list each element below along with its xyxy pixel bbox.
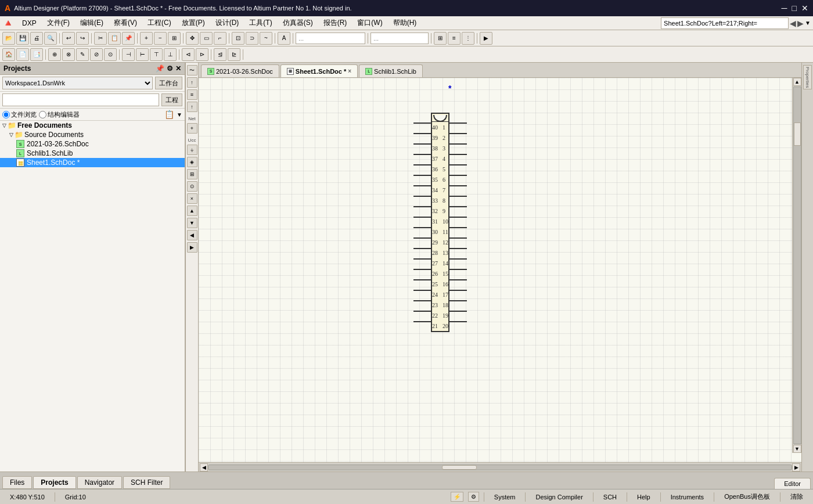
toolbar-btn-zoomin[interactable]: + xyxy=(140,32,153,45)
h-scroll-right[interactable]: ▶ xyxy=(792,463,800,471)
menu-window[interactable]: 窗口(W) xyxy=(352,17,387,29)
h-scrollbar[interactable]: ◀ ▶ xyxy=(199,462,801,471)
v-scroll-track[interactable] xyxy=(793,87,801,444)
nav-dropdown[interactable]: ▼ xyxy=(805,20,811,26)
tab-projects[interactable]: Projects xyxy=(33,476,75,489)
toolbar2-btn5[interactable]: ⊗ xyxy=(62,48,75,61)
schematic-canvas[interactable]: * xyxy=(199,78,801,462)
filter-input[interactable] xyxy=(296,33,365,44)
status-instruments[interactable]: Instruments xyxy=(665,492,709,502)
toolbar-btn-grid[interactable]: ⊞ xyxy=(434,32,447,45)
workspace-dropdown[interactable]: Workspace1.DsnWrk xyxy=(2,77,153,89)
toolbar2-btn7[interactable]: ⊘ xyxy=(90,48,103,61)
maximize-button[interactable]: □ xyxy=(792,3,797,13)
tab-2021[interactable]: S 2021-03-26.SchDoc xyxy=(201,64,279,77)
status-grid[interactable]: Grid:10 xyxy=(60,492,91,502)
expand-source-docs[interactable]: ▽ xyxy=(9,132,13,138)
float-btn-down[interactable]: ▼ xyxy=(187,218,197,228)
toolbar-btn-copy[interactable]: 📋 xyxy=(108,32,121,45)
h-scroll-track[interactable] xyxy=(208,465,792,470)
toolbar2-btn4[interactable]: ⊕ xyxy=(48,48,61,61)
right-panel-label[interactable]: Properties xyxy=(803,65,812,89)
menu-design[interactable]: 设计(D) xyxy=(211,17,244,29)
ic-component[interactable]: 40 39 38 37 36 35 34 33 32 xyxy=(413,113,467,332)
menu-sim[interactable]: 仿真器(S) xyxy=(278,17,318,29)
v-scrollbar[interactable]: ▲ ▼ xyxy=(792,78,801,453)
toolbar-btn-annot[interactable]: A xyxy=(278,32,290,45)
h-scroll-left[interactable]: ◀ xyxy=(200,463,208,471)
toolbar2-btn1[interactable]: 🏠 xyxy=(2,48,15,61)
toolbar-btn-net[interactable]: ~ xyxy=(260,32,272,45)
status-help[interactable]: Help xyxy=(632,492,656,502)
toolbar2-btn2[interactable]: 📄 xyxy=(16,48,29,61)
view-icons[interactable]: 📋 xyxy=(164,110,174,119)
minimize-button[interactable]: ─ xyxy=(782,3,787,13)
toolbar2-btn3[interactable]: 📑 xyxy=(30,48,43,61)
float-btn-bus[interactable]: ≡ xyxy=(187,89,197,100)
toolbar-btn-undo[interactable]: ↩ xyxy=(62,32,75,45)
menu-place[interactable]: 放置(P) xyxy=(177,17,210,29)
float-btn-select[interactable]: ↑ xyxy=(187,77,197,88)
toolbar-btn-align[interactable]: ≡ xyxy=(448,32,461,45)
view-dropdown[interactable]: ▼ xyxy=(177,111,182,118)
toolbar-btn-move[interactable]: ✥ xyxy=(186,32,199,45)
tab-sheet1[interactable]: ⊞ Sheet1.SchDoc * × xyxy=(280,64,358,77)
float-btn-arrow[interactable]: ↑ xyxy=(187,102,197,112)
toolbar-btn-port[interactable]: ⊃ xyxy=(246,32,258,45)
toolbar-btn-zoomout[interactable]: − xyxy=(154,32,167,45)
toolbar2-btn6[interactable]: ✎ xyxy=(76,48,89,61)
tab-sheet1-close[interactable]: × xyxy=(348,68,351,74)
toolbar-btn-wire[interactable]: ⌐ xyxy=(214,32,226,45)
toolbar-btn-zoomfit[interactable]: ⊞ xyxy=(168,32,181,45)
tree-item-source-docs[interactable]: ▽ 📁 Source Documents xyxy=(0,130,185,139)
status-openbus[interactable]: OpenBus调色板 xyxy=(719,491,775,503)
expand-free-docs[interactable]: ▽ xyxy=(2,123,6,128)
toolbar-btn-open[interactable]: 📂 xyxy=(2,32,15,45)
tab-schlib[interactable]: L Schlib1.SchLib xyxy=(359,64,423,77)
toolbar2-btn11[interactable]: ⊤ xyxy=(150,48,163,61)
menu-file[interactable]: 文件(F) xyxy=(42,17,74,29)
menu-project[interactable]: 工程(C) xyxy=(143,17,176,29)
close-button[interactable]: ✕ xyxy=(801,3,808,13)
h-scroll-thumb[interactable] xyxy=(442,465,477,470)
menu-tools[interactable]: 工具(T) xyxy=(244,17,276,29)
float-btn-noconn[interactable]: × xyxy=(187,193,197,204)
menu-dxp[interactable]: DXP xyxy=(17,18,41,28)
menu-report[interactable]: 报告(R) xyxy=(319,17,352,29)
float-btn-next[interactable]: ▶ xyxy=(187,242,197,253)
panel-pin-btn[interactable]: 📌 xyxy=(156,64,164,73)
tab-files[interactable]: Files xyxy=(2,476,32,489)
tab-navigator[interactable]: Navigator xyxy=(77,476,122,489)
tab-sch-filter[interactable]: SCH Filter xyxy=(123,476,170,489)
v-scroll-up[interactable]: ▲ xyxy=(793,78,801,86)
status-system[interactable]: System xyxy=(489,492,521,502)
status-clear[interactable]: 清除 xyxy=(785,491,808,503)
float-btn-harness[interactable]: ⊙ xyxy=(187,181,197,192)
nav-back[interactable]: ◀ xyxy=(790,19,796,28)
toolbar2-btn8[interactable]: ⊙ xyxy=(104,48,117,61)
toolbar-btn-comp[interactable]: ⊡ xyxy=(232,32,244,45)
status-icon1[interactable]: ⚡ xyxy=(451,492,463,502)
float-btn-net[interactable]: + xyxy=(187,123,197,134)
editor-tab[interactable]: Editor xyxy=(774,478,811,489)
float-btn-sheet[interactable]: ⊞ xyxy=(187,169,197,179)
toolbar-btn-save[interactable]: 💾 xyxy=(16,32,29,45)
status-icon2[interactable]: ⚙ xyxy=(468,492,479,502)
nav-fwd[interactable]: ▶ xyxy=(797,19,804,28)
float-btn-up[interactable]: ▲ xyxy=(187,206,197,216)
toolbar-btn-print[interactable]: 🖨 xyxy=(30,32,43,45)
project-btn[interactable]: 工程 xyxy=(161,93,182,106)
menu-help[interactable]: 帮助(H) xyxy=(388,17,422,29)
float-btn-wire[interactable]: 〜 xyxy=(187,65,197,75)
toolbar2-btn16[interactable]: ⊵ xyxy=(228,48,240,61)
toolbar-btn-compile[interactable]: ▶ xyxy=(480,32,492,45)
menu-edit[interactable]: 编辑(E) xyxy=(75,17,108,29)
toolbar-btn-select[interactable]: ▭ xyxy=(200,32,213,45)
status-design-compiler[interactable]: Design Compiler xyxy=(530,492,588,502)
toolbar-btn-cut[interactable]: ✂ xyxy=(94,32,107,45)
toolbar2-btn10[interactable]: ⊢ xyxy=(136,48,149,61)
panel-settings-btn[interactable]: ⚙ xyxy=(167,64,173,73)
toolbar-btn-search[interactable]: 🔍 xyxy=(44,32,57,45)
toolbar2-btn13[interactable]: ⊲ xyxy=(182,48,195,61)
status-coords[interactable]: X:480 Y:510 xyxy=(5,492,50,502)
